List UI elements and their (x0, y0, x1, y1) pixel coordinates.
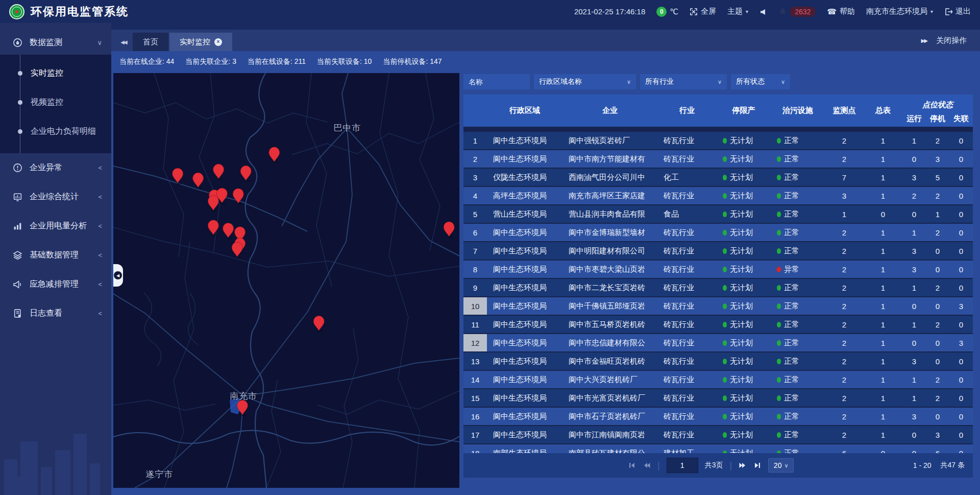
monitor-count: 2 (825, 408, 864, 425)
name-filter-input[interactable] (463, 74, 530, 89)
map-pin[interactable] (444, 222, 454, 238)
tab-home[interactable]: 首页 (133, 33, 168, 51)
row-index: 12 (463, 334, 487, 351)
status-dot-green (723, 230, 727, 235)
table-row[interactable]: 5营山生态环境局营山县润丰肉食品有限食品无计划正常10010 (463, 205, 973, 223)
table-row[interactable]: 6阆中生态环境局阆中市金博瑞新型墙材砖瓦行业无计划正常21120 (463, 224, 973, 241)
prev-page-button[interactable] (643, 461, 651, 469)
run-count: 1 (902, 316, 926, 333)
region-cell: 阆中生态环境局 (487, 426, 562, 443)
table-row[interactable]: 15阆中生态环境局阆中市光富页岩机砖厂砖瓦行业无计划正常21120 (463, 389, 973, 407)
sidebar-item-实时监控[interactable]: 实时监控 (0, 59, 111, 88)
temperature-badge: 0 (656, 7, 667, 17)
facility-cell: 正常 (771, 187, 825, 204)
status-filter-select[interactable]: 所有状态 ∨ (731, 74, 790, 89)
status-dot-green (777, 322, 781, 327)
org-menu[interactable]: 南充市生态环境局 ▾ (866, 7, 933, 16)
sidebar-section-应急减排管理[interactable]: 应急减排管理< (0, 270, 111, 299)
pagination-controls: | 共3页 | 20 ∨ (628, 453, 794, 478)
facility-cell: 正常 (771, 150, 825, 168)
first-page-button[interactable] (628, 461, 636, 469)
table-row[interactable]: 13阆中生态环境局阆中市金福旺页岩机砖砖瓦行业无计划正常21300 (463, 352, 973, 370)
map-panel[interactable]: 巴中市南充市遂宁市 ◀ (113, 73, 459, 488)
sidebar-item-视频监控[interactable]: 视频监控 (0, 88, 111, 117)
table-row[interactable]: 7阆中生态环境局阆中明阳建材有限公司砖瓦行业无计划正常21300 (463, 242, 973, 260)
map-collapse-handle[interactable]: ◀ (113, 264, 123, 287)
map-pin[interactable] (233, 188, 243, 205)
sidebar-section-数据监测[interactable]: 数据监测∨ (0, 30, 111, 55)
close-operations-menu[interactable]: ▶▶ 关闭操作 (921, 30, 980, 51)
last-page-button[interactable] (753, 461, 762, 469)
map-pin[interactable] (208, 196, 218, 212)
table-row[interactable]: 14阆中生态环境局阆中大兴页岩机砖厂砖瓦行业无计划正常21120 (463, 371, 973, 388)
help-button[interactable]: ☎ 帮助 (827, 7, 855, 16)
map-pin[interactable] (208, 220, 218, 237)
close-tab-icon[interactable]: × (214, 38, 222, 46)
table-row[interactable]: 16阆中生态环境局阆中市石子页岩机砖厂砖瓦行业无计划正常21300 (463, 408, 973, 425)
meter-count: 1 (864, 261, 902, 278)
app-logo-icon (9, 4, 24, 19)
stat-item: 当前在线企业: 44 (119, 57, 174, 66)
fullscreen-button[interactable]: 全屏 (690, 7, 716, 16)
table-row[interactable]: 17阆中生态环境局阆中市江南镇阆南页岩砖瓦行业无计划正常21030 (463, 426, 973, 443)
scroll-tabs-left-button[interactable]: ◀◀ (114, 33, 133, 51)
company-cell: 南部县砖瓦建材有限公 (562, 444, 657, 453)
region-cell: 阆中生态环境局 (487, 132, 562, 149)
map-pin[interactable] (232, 242, 242, 258)
region-filter-select[interactable]: 行政区域名称 ∨ (534, 74, 636, 89)
run-count: 1 (902, 371, 926, 388)
table-row[interactable]: 12阆中生态环境局阆中市忠信建材有限公砖瓦行业无计划正常21003 (463, 334, 973, 351)
table-row[interactable]: 4高坪生态环境局南充市高坪区王家店建砖瓦行业无计划正常31220 (463, 187, 973, 204)
region-cell: 阆中生态环境局 (487, 389, 562, 407)
map-pin[interactable] (213, 164, 224, 180)
chevron-left-icon: < (98, 251, 102, 259)
map-pin[interactable] (237, 400, 248, 416)
sidebar-section-企业用电量分析[interactable]: 企业用电量分析< (0, 211, 111, 241)
table-row[interactable]: 10阆中生态环境局阆中千佛镇五郎垭页岩砖瓦行业无计划正常21003 (463, 297, 973, 315)
map-pin[interactable] (193, 173, 204, 189)
company-cell: 西南油气田分公司川中 (562, 169, 657, 186)
lost-count: 0 (949, 150, 973, 168)
table-row[interactable]: 9阆中生态环境局阆中市二龙长宝页岩砖砖瓦行业无计划正常21120 (463, 279, 973, 296)
map-pin[interactable] (223, 223, 234, 239)
table-row[interactable]: 8阆中生态环境局阆中市枣碧大梁山页岩砖瓦行业无计划异常21300 (463, 261, 973, 278)
sidebar-section-日志查看[interactable]: 日志查看< (0, 299, 111, 328)
speaker-icon (760, 8, 768, 16)
table-row[interactable]: 2阆中生态环境局阆中市南方节能建材有砖瓦行业无计划正常21030 (463, 150, 973, 168)
map-pin[interactable] (240, 166, 251, 182)
status-dot-green (723, 267, 727, 272)
tab-realtime-monitor[interactable]: 实时监控 × (169, 33, 232, 51)
page-number-input[interactable] (667, 458, 698, 473)
table-row[interactable]: 1阆中生态环境局阆中强锐页岩砖厂砖瓦行业无计划正常21120 (463, 132, 973, 149)
total-pages-label: 共3页 (705, 461, 723, 470)
stop-count: 6 (926, 444, 949, 453)
right-panel: 行政区域名称 ∨ 所有行业 ∨ 所有状态 ∨ 行政区域 企业 行业 (463, 74, 973, 478)
mute-button[interactable] (760, 8, 768, 16)
sidebar-section-企业异常[interactable]: 企业异常< (0, 153, 111, 182)
monitor-count: 7 (825, 169, 864, 186)
map-pin[interactable] (269, 147, 280, 163)
industry-filter-select[interactable]: 所有行业 ∨ (640, 74, 727, 89)
sidebar-item-企业电力负荷明细[interactable]: 企业电力负荷明细 (0, 117, 111, 146)
table-row[interactable]: 3仪陇生态环境局西南油气田分公司川中化工无计划正常71350 (463, 169, 973, 186)
limit-cell: 无计划 (717, 408, 771, 425)
notifications[interactable]: 2632 (779, 7, 816, 17)
next-page-button[interactable] (739, 461, 747, 469)
status-dot-green (723, 432, 727, 438)
status-dot-green (777, 395, 781, 401)
theme-menu[interactable]: 主题 ▾ (727, 7, 748, 16)
table-row[interactable]: 18南部生态环境局南部县砖瓦建材有限公建材加工无计划正常60060 (463, 444, 973, 453)
datetime: 2021-02-25 17:46:18 (574, 7, 645, 16)
map-pin[interactable] (313, 316, 324, 332)
sidebar-section-企业综合统计[interactable]: 企业综合统计< (0, 182, 111, 211)
alert-icon (12, 163, 22, 173)
double-chevron-right-icon: ▶▶ (921, 38, 927, 43)
table-row[interactable]: 11阆中生态环境局阆中市五马桥页岩机砖砖瓦行业无计划正常21120 (463, 316, 973, 333)
company-cell: 阆中市江南镇阆南页岩 (562, 426, 657, 443)
sidebar: 数据监测∨实时监控视频监控企业电力负荷明细企业异常<企业综合统计<企业用电量分析… (0, 23, 111, 495)
sidebar-section-基础数据管理[interactable]: 基础数据管理< (0, 241, 111, 270)
logout-button[interactable]: 退出 (944, 7, 971, 16)
meter-count: 1 (864, 408, 902, 425)
page-size-select[interactable]: 20 ∨ (768, 458, 794, 473)
sidebar-menu: 数据监测∨实时监控视频监控企业电力负荷明细企业异常<企业综合统计<企业用电量分析… (0, 30, 111, 328)
